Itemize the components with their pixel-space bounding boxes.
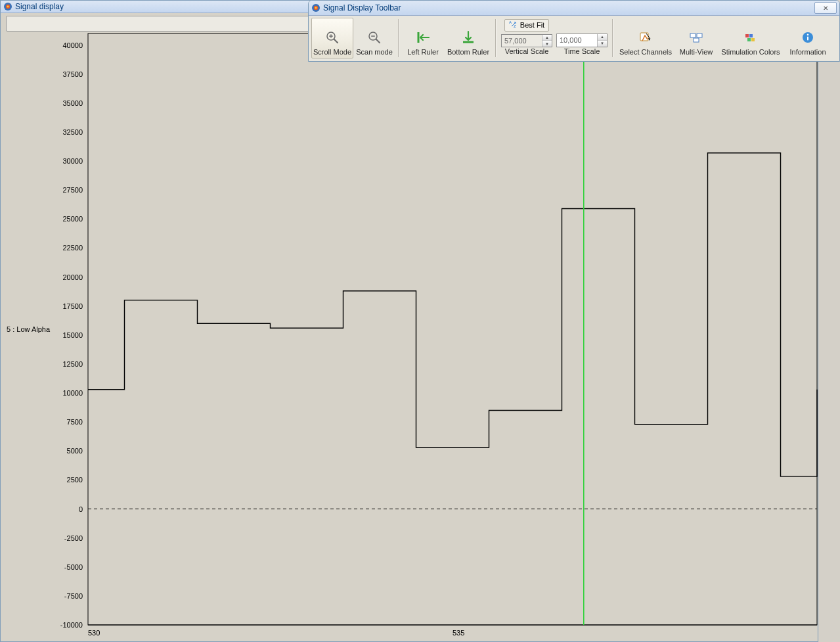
svg-text:22500: 22500: [62, 244, 83, 252]
multi-view-button[interactable]: Multi-View: [675, 18, 717, 58]
time-scale-group: ▲▼ Time Scale: [554, 18, 609, 58]
left-ruler-icon: [415, 28, 431, 47]
plot-area[interactable]: 4000037500350003250030000275002500022500…: [1, 32, 817, 641]
multi-view-label: Multi-View: [680, 48, 713, 56]
svg-text:35000: 35000: [62, 99, 83, 107]
svg-text:0: 0: [79, 505, 83, 513]
svg-point-2: [7, 6, 9, 8]
separator: [612, 19, 613, 57]
svg-text:2500: 2500: [67, 476, 83, 484]
separator: [495, 19, 497, 57]
svg-text:37500: 37500: [62, 70, 83, 78]
svg-rect-54: [751, 38, 755, 41]
spinner-arrows[interactable]: ▲▼: [597, 34, 607, 47]
svg-text:7500: 7500: [67, 418, 83, 426]
toolbar-window-title: Signal Display Toolbar: [323, 3, 401, 12]
svg-rect-48: [690, 34, 696, 37]
svg-text:-10000: -10000: [60, 621, 83, 629]
close-button[interactable]: ✕: [814, 2, 837, 14]
toolbar-strip: Scroll Mode Scan mode Left Ruler Bottom …: [311, 18, 837, 58]
svg-text:535: 535: [453, 629, 464, 637]
select-channels-label: Select Channels: [619, 48, 672, 56]
best-fit-button[interactable]: AZ Best Fit: [504, 19, 549, 32]
svg-rect-52: [749, 34, 753, 37]
stimulation-colors-label: Stimulation Colors: [721, 48, 780, 56]
svg-text:-2500: -2500: [64, 534, 83, 542]
app-icon: [3, 2, 12, 11]
svg-text:32500: 32500: [62, 128, 83, 136]
svg-text:5 : Low Alpha: 5 : Low Alpha: [7, 325, 51, 333]
svg-rect-50: [694, 38, 699, 42]
svg-text:-5000: -5000: [64, 563, 83, 571]
best-fit-label: Best Fit: [520, 21, 544, 29]
svg-text:15000: 15000: [62, 331, 83, 339]
scan-mode-button[interactable]: Scan mode: [353, 18, 395, 58]
toolbar-titlebar[interactable]: Signal Display Toolbar ✕: [309, 1, 839, 16]
svg-text:A: A: [509, 20, 512, 24]
separator: [398, 19, 399, 57]
signal-display-toolbar-window: Signal Display Toolbar ✕ Scroll Mode Sca…: [308, 0, 840, 62]
svg-text:10000: 10000: [62, 389, 83, 397]
main-window-title: Signal display: [15, 2, 64, 11]
vertical-scale-value[interactable]: [502, 35, 542, 47]
up-arrow-icon[interactable]: ▲: [542, 35, 552, 41]
app-icon: [311, 3, 321, 12]
select-channels-icon: [638, 28, 653, 47]
vertical-scale-group: AZ Best Fit ▲▼ Vertical Scale: [499, 18, 554, 58]
svg-line-37: [334, 39, 338, 43]
palette-icon: [743, 28, 758, 47]
time-scale-input[interactable]: ▲▼: [556, 34, 608, 47]
bottom-ruler-label: Bottom Ruler: [447, 48, 489, 56]
signal-plot[interactable]: 4000037500350003250030000275002500022500…: [1, 32, 818, 642]
close-icon: ✕: [823, 5, 828, 12]
svg-point-57: [807, 34, 809, 36]
svg-text:Z: Z: [514, 24, 516, 28]
multi-view-icon: [689, 28, 703, 47]
scan-mode-label: Scan mode: [356, 48, 393, 56]
bottom-ruler-button[interactable]: Bottom Ruler: [444, 18, 493, 58]
svg-rect-56: [807, 37, 808, 41]
time-scale-value[interactable]: [557, 34, 597, 47]
svg-rect-53: [747, 38, 751, 41]
svg-text:-7500: -7500: [64, 592, 83, 600]
svg-point-35: [315, 7, 317, 9]
info-icon: [801, 28, 814, 47]
best-fit-icon: AZ: [509, 20, 518, 30]
down-arrow-icon[interactable]: ▼: [542, 41, 552, 47]
down-arrow-icon[interactable]: ▼: [598, 41, 607, 47]
left-ruler-label: Left Ruler: [407, 48, 439, 56]
magnifier-plus-icon: [325, 28, 340, 47]
svg-text:17500: 17500: [62, 302, 83, 310]
svg-rect-49: [697, 34, 702, 37]
up-arrow-icon[interactable]: ▲: [598, 34, 607, 41]
magnifier-minus-icon: [367, 28, 382, 47]
bottom-ruler-icon: [460, 28, 476, 47]
scroll-mode-button[interactable]: Scroll Mode: [311, 18, 353, 58]
scroll-mode-label: Scroll Mode: [313, 48, 351, 56]
svg-text:530: 530: [88, 629, 100, 637]
svg-text:40000: 40000: [62, 41, 83, 49]
svg-text:20000: 20000: [62, 273, 83, 281]
vertical-scale-label: Vertical Scale: [505, 47, 549, 57]
signal-display-window: Signal display 4000037500350003250030000…: [0, 0, 818, 642]
information-button[interactable]: Information: [784, 18, 831, 58]
vertical-scale-input[interactable]: ▲▼: [501, 34, 552, 47]
time-scale-label: Time Scale: [564, 47, 600, 57]
svg-rect-51: [745, 34, 749, 37]
select-channels-button[interactable]: Select Channels: [616, 18, 675, 58]
stimulation-colors-button[interactable]: Stimulation Colors: [717, 18, 784, 58]
left-ruler-button[interactable]: Left Ruler: [402, 18, 444, 58]
svg-text:27500: 27500: [62, 186, 83, 194]
svg-text:30000: 30000: [62, 157, 83, 165]
spinner-arrows[interactable]: ▲▼: [542, 35, 552, 47]
information-label: Information: [789, 48, 826, 56]
svg-text:25000: 25000: [62, 215, 83, 223]
svg-line-41: [376, 39, 380, 43]
svg-text:5000: 5000: [67, 447, 83, 455]
svg-text:12500: 12500: [62, 360, 83, 368]
